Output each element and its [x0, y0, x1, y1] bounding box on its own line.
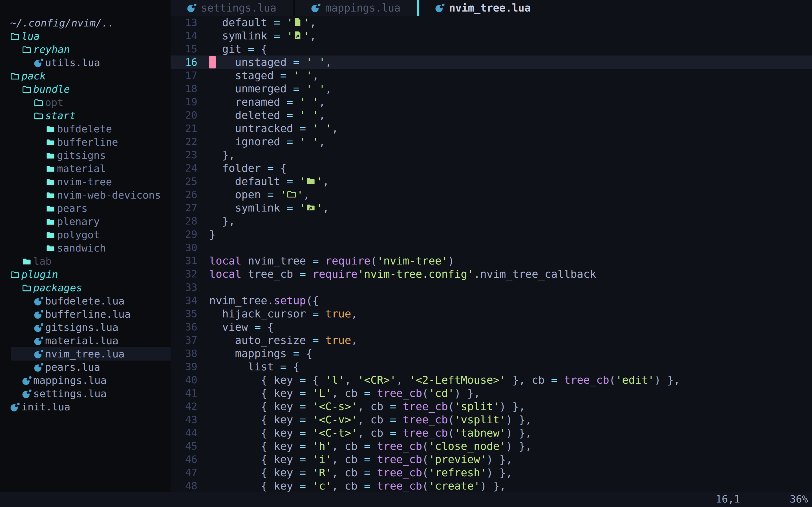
code-line-text: { key = { 'l', '<CR>', '<2-LeftMouse>' }… [209, 374, 680, 386]
tree-root-path[interactable]: ~/.config/nvim/.. [0, 16, 170, 30]
code-line-14[interactable]: 14 symlink = '', [170, 29, 812, 42]
tree-item-reyhan[interactable]: reyhan [0, 43, 170, 56]
code-line-23[interactable]: 23 }, [170, 148, 812, 161]
tree-item-pack[interactable]: pack [0, 69, 170, 82]
code-line-45[interactable]: 45 { key = 'h', cb = tree_cb('close_node… [170, 439, 812, 453]
tree-item-init.lua[interactable]: init.lua [0, 400, 170, 413]
tree-item-nvim-web-devicons[interactable]: nvim-web-devicons [0, 188, 170, 202]
code-line-30[interactable]: 30 [170, 241, 812, 254]
tree-item-pears[interactable]: pears [0, 202, 170, 215]
code-line-25[interactable]: 25 default = '', [170, 175, 812, 188]
line-number: 32 [170, 268, 197, 280]
tree-item-label: reyhan [33, 44, 70, 55]
lua-file-icon [34, 349, 45, 359]
code-line-34[interactable]: 34nvim_tree.setup({ [170, 294, 812, 307]
code-line-13[interactable]: 13 default = '', [170, 16, 812, 29]
code-line-22[interactable]: 22 ignored = '', [170, 135, 812, 148]
folder-open-icon [10, 71, 21, 81]
code-line-41[interactable]: 41 { key = 'L', cb = tree_cb('cd') }, [170, 386, 812, 400]
tree-item-nvim-tree[interactable]: nvim-tree [0, 175, 170, 188]
tab-mappings.lua[interactable]: mappings.lua [295, 0, 417, 16]
tree-item-bufferline[interactable]: bufferline [0, 135, 170, 149]
tree-item-bufdelete[interactable]: bufdelete [0, 122, 170, 135]
tab-settings.lua[interactable]: settings.lua [170, 0, 293, 16]
folder-closed-icon [46, 217, 57, 226]
file-tree-sidebar[interactable]: ~/.config/nvim/.. luareyhanutils.luapack… [0, 0, 170, 492]
tree-item-settings.lua[interactable]: settings.lua [0, 387, 170, 400]
tree-item-nvim_tree.lua[interactable]: nvim_tree.lua [0, 347, 170, 360]
code-line-29[interactable]: 29} [170, 228, 812, 241]
code-line-20[interactable]: 20 deleted = '', [170, 108, 812, 122]
code-line-46[interactable]: 46 { key = 'i', cb = tree_cb('preview') … [170, 453, 812, 466]
code-line-19[interactable]: 19 renamed = '', [170, 95, 812, 108]
code-line-text: { key = 'i', cb = tree_cb('preview') }, [209, 453, 512, 466]
code-line-text: mappings = { [209, 347, 312, 360]
code-line-21[interactable]: 21 untracked = '', [170, 122, 812, 135]
tree-item-opt[interactable]: opt [0, 96, 170, 109]
folder-closed-icon [46, 151, 57, 160]
tree-item-plenary[interactable]: plenary [0, 215, 170, 228]
tree-item-label: opt [45, 97, 63, 108]
line-number: 43 [170, 414, 197, 425]
tab-nvim_tree.lua[interactable]: nvim_tree.lua [419, 0, 547, 16]
folder-open-icon [34, 111, 45, 121]
code-line-35[interactable]: 35 hijack_cursor = true, [170, 307, 812, 320]
code-line-47[interactable]: 47 { key = 'R', cb = tree_cb('refresh') … [170, 466, 812, 479]
tree-item-bufferline.lua[interactable]: bufferline.lua [0, 307, 170, 321]
code-line-31[interactable]: 31local nvim_tree = require('nvim-tree') [170, 254, 812, 267]
line-number: 25 [170, 175, 197, 187]
code-line-text: git = { [209, 43, 267, 55]
tree-item-sandwich[interactable]: sandwich [0, 241, 170, 255]
tree-item-packages[interactable]: packages [0, 281, 170, 294]
tree-item-material.lua[interactable]: material.lua [0, 334, 170, 347]
code-line-38[interactable]: 38 mappings = { [170, 347, 812, 360]
code-line-text: }, [209, 215, 235, 227]
tree-item-label: bufdelete [57, 123, 112, 135]
line-number: 30 [170, 242, 197, 253]
lua-file-icon [22, 376, 33, 385]
tree-item-bundle[interactable]: bundle [0, 82, 170, 96]
tree-item-label: nvim_tree.lua [45, 348, 124, 360]
tree-item-polygot[interactable]: polygot [0, 228, 170, 241]
code-line-36[interactable]: 36 view = { [170, 320, 812, 334]
code-line-32[interactable]: 32local tree_cb = require'nvim-tree.conf… [170, 267, 812, 281]
code-line-16[interactable]: 16 unstaged = '', [170, 55, 812, 69]
status-bar: 16,1 36% [0, 492, 812, 507]
code-line-27[interactable]: 27 symlink = '', [170, 201, 812, 214]
code-line-text: untracked = '', [209, 122, 338, 135]
code-line-18[interactable]: 18 unmerged = '', [170, 82, 812, 95]
code-line-text: default = '', [209, 175, 329, 187]
code-line-33[interactable]: 33 [170, 281, 812, 294]
line-number: 45 [170, 440, 197, 452]
tree-item-lua[interactable]: lua [0, 30, 170, 43]
tree-item-gitsigns[interactable]: gitsigns [0, 149, 170, 162]
tree-item-lab[interactable]: lab [0, 255, 170, 268]
line-number: 39 [170, 361, 197, 372]
tree-item-bufdelete.lua[interactable]: bufdelete.lua [0, 294, 170, 307]
tree-item-utils.lua[interactable]: utils.lua [0, 56, 170, 69]
code-area[interactable]: 13 default = '',14 symlink = '',15 git =… [170, 16, 812, 492]
folder-icon [306, 176, 316, 185]
code-line-26[interactable]: 26 open = '', [170, 188, 812, 201]
code-line-24[interactable]: 24 folder = { [170, 161, 812, 175]
tree-item-pears.lua[interactable]: pears.lua [0, 360, 170, 374]
tree-item-material[interactable]: material [0, 162, 170, 175]
code-line-28[interactable]: 28 }, [170, 214, 812, 228]
tree-item-plugin[interactable]: plugin [0, 268, 170, 281]
code-line-17[interactable]: 17 staged = '', [170, 69, 812, 82]
code-line-40[interactable]: 40 { key = { 'l', '<CR>', '<2-LeftMouse>… [170, 373, 812, 386]
tree-item-label: pears.lua [45, 361, 100, 373]
folder-open-icon [22, 283, 33, 293]
tree-item-mappings.lua[interactable]: mappings.lua [0, 374, 170, 387]
code-line-44[interactable]: 44 { key = '<C-t>', cb = tree_cb('tabnew… [170, 426, 812, 439]
code-line-48[interactable]: 48 { key = 'c', cb = tree_cb('create') }… [170, 479, 812, 492]
tree-item-start[interactable]: start [0, 109, 170, 122]
tree-item-label: lab [33, 256, 52, 267]
code-line-39[interactable]: 39 list = { [170, 360, 812, 373]
code-line-15[interactable]: 15 git = { [170, 42, 812, 55]
code-line-42[interactable]: 42 { key = '<C-s>', cb = tree_cb('split'… [170, 400, 812, 413]
code-line-43[interactable]: 43 { key = '<C-v>', cb = tree_cb('vsplit… [170, 413, 812, 426]
code-line-37[interactable]: 37 auto_resize = true, [170, 334, 812, 347]
tab-bar: settings.luamappings.luanvim_tree.lua [170, 0, 812, 16]
tree-item-gitsigns.lua[interactable]: gitsigns.lua [0, 321, 170, 334]
